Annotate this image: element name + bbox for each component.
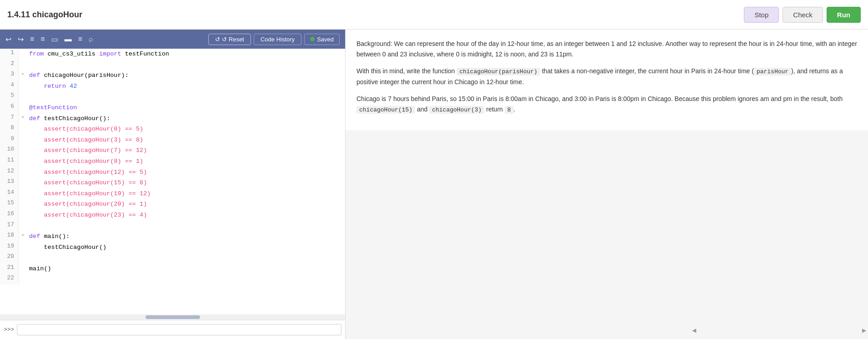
line-number: 21 (0, 263, 19, 274)
line-content[interactable]: assert(chicagoHour(20) == 1) (26, 199, 345, 210)
console-input[interactable] (17, 324, 341, 335)
line-content[interactable]: main() (26, 263, 345, 274)
line-content[interactable]: assert(chicagoHour(8) == 1) (26, 156, 345, 167)
line-content[interactable] (26, 253, 345, 263)
editor-pane: ↩ ↪ ≡ ≡ ▭ ▬ ≡ ⌕ ↺ ↺ Reset Code History S… (0, 30, 346, 339)
line-number: 16 (0, 210, 19, 221)
line-collapse-icon (19, 242, 26, 253)
line-collapse-icon (19, 145, 26, 156)
stop-button[interactable]: Stop (744, 7, 779, 23)
table-row: 14 assert(chicagoHour(19) == 12) (0, 188, 345, 199)
editor-scrollbar[interactable] (0, 314, 345, 320)
code-history-button[interactable]: Code History (254, 34, 301, 45)
description-pane: Background: We can represent the hour of… (346, 30, 868, 130)
table-row: 5 (0, 91, 345, 102)
outdent-icon[interactable]: ≡ (40, 35, 45, 43)
inline-code-3: chicagoHour(15) (356, 106, 415, 114)
line-number: 15 (0, 199, 19, 210)
page-title: 1.4.11 chicagoHour (7, 10, 744, 20)
line-collapse-icon (19, 177, 26, 188)
line-number: 20 (0, 253, 19, 263)
line-number: 18 (0, 231, 19, 242)
table-row: 11 assert(chicagoHour(8) == 1) (0, 156, 345, 167)
line-collapse-icon (19, 102, 26, 113)
scroll-left-icon[interactable]: ◀ (692, 327, 696, 334)
line-content[interactable] (26, 274, 345, 285)
line-content[interactable]: def main(): (26, 231, 345, 242)
line-content[interactable]: return 42 (26, 81, 345, 92)
scrollbar-thumb[interactable] (146, 315, 200, 319)
line-number: 3 (0, 70, 19, 81)
table-row: 12 assert(chicagoHour(12) == 5) (0, 167, 345, 178)
description-para-2: With this in mind, write the function ch… (356, 66, 857, 87)
table-row: 22 (0, 274, 345, 285)
undo-icon[interactable]: ↩ (5, 35, 11, 44)
line-collapse-icon (19, 135, 26, 146)
table-row: 6@testFunction (0, 102, 345, 113)
line-content[interactable]: assert(chicagoHour(23) == 4) (26, 210, 345, 221)
saved-dot-icon (310, 37, 315, 41)
line-content[interactable]: assert(chicagoHour(3) == 8) (26, 135, 345, 146)
line-content[interactable]: assert(chicagoHour(12) == 5) (26, 167, 345, 178)
line-collapse-icon[interactable]: ▾ (19, 70, 26, 81)
line-content[interactable]: assert(chicagoHour(19) == 12) (26, 188, 345, 199)
line-number: 1 (0, 49, 19, 60)
inline-code-4: chicagoHour(3) (429, 106, 484, 114)
line-number: 6 (0, 102, 19, 113)
line-content[interactable]: testChicagoHour() (26, 242, 345, 253)
redo-icon[interactable]: ↪ (18, 35, 24, 44)
line-content[interactable]: def testChicagoHour(): (26, 113, 345, 124)
line-collapse-icon (19, 167, 26, 178)
table-row: 2 (0, 60, 345, 71)
run-button[interactable]: Run (827, 7, 861, 23)
align-icon[interactable]: ≡ (78, 35, 82, 43)
line-content[interactable]: def chicagoHour(parisHour): (26, 70, 345, 81)
line-number: 9 (0, 135, 19, 146)
format-icon[interactable]: ▬ (65, 35, 72, 43)
line-content[interactable]: @testFunction (26, 102, 345, 113)
table-row: 10 assert(chicagoHour(7) == 12) (0, 145, 345, 156)
table-row: 15 assert(chicagoHour(20) == 1) (0, 199, 345, 210)
line-collapse-icon[interactable]: ▾ (19, 231, 26, 242)
line-content[interactable] (26, 221, 345, 232)
line-content[interactable]: assert(chicagoHour(0) == 5) (26, 124, 345, 135)
line-number: 11 (0, 156, 19, 167)
table-row: 13 assert(chicagoHour(15) == 8) (0, 177, 345, 188)
line-number: 8 (0, 124, 19, 135)
line-collapse-icon (19, 199, 26, 210)
reset-button[interactable]: ↺ ↺ Reset (208, 34, 251, 45)
comment-icon[interactable]: ▭ (51, 35, 58, 44)
inline-code-5: 8 (505, 106, 514, 114)
search-icon[interactable]: ⌕ (89, 35, 93, 43)
line-number: 7 (0, 113, 19, 124)
line-content[interactable]: assert(chicagoHour(7) == 12) (26, 145, 345, 156)
main-content: ↩ ↪ ≡ ≡ ▭ ▬ ≡ ⌕ ↺ ↺ Reset Code History S… (0, 30, 868, 339)
check-button[interactable]: Check (783, 7, 823, 23)
code-editor[interactable]: 1from cmu_cs3_utils import testFunction2… (0, 49, 345, 314)
line-content[interactable] (26, 60, 345, 71)
line-collapse-icon[interactable]: ▾ (19, 113, 26, 124)
table-row: 16 assert(chicagoHour(23) == 4) (0, 210, 345, 221)
line-content[interactable] (26, 91, 345, 102)
line-number: 10 (0, 145, 19, 156)
line-collapse-icon (19, 156, 26, 167)
reset-icon: ↺ (215, 36, 220, 43)
table-row: 20 (0, 253, 345, 263)
table-row: 9 assert(chicagoHour(3) == 8) (0, 135, 345, 146)
line-content[interactable]: assert(chicagoHour(15) == 8) (26, 177, 345, 188)
line-collapse-icon (19, 124, 26, 135)
toolbar-right: ↺ ↺ Reset Code History Saved (208, 34, 340, 45)
header-buttons: Stop Check Run (744, 7, 861, 23)
scroll-right-icon[interactable]: ▶ (862, 327, 866, 334)
editor-toolbar: ↩ ↪ ≡ ≡ ▭ ▬ ≡ ⌕ ↺ ↺ Reset Code History S… (0, 30, 345, 49)
line-number: 17 (0, 221, 19, 232)
line-number: 14 (0, 188, 19, 199)
indent-icon[interactable]: ≡ (30, 35, 34, 43)
table-row: 19 testChicagoHour() (0, 242, 345, 253)
table-row: 18▾def main(): (0, 231, 345, 242)
header: 1.4.11 chicagoHour Stop Check Run (0, 0, 868, 30)
table-row: 1from cmu_cs3_utils import testFunction (0, 49, 345, 60)
line-content[interactable]: from cmu_cs3_utils import testFunction (26, 49, 345, 60)
line-collapse-icon (19, 274, 26, 285)
line-number: 13 (0, 177, 19, 188)
